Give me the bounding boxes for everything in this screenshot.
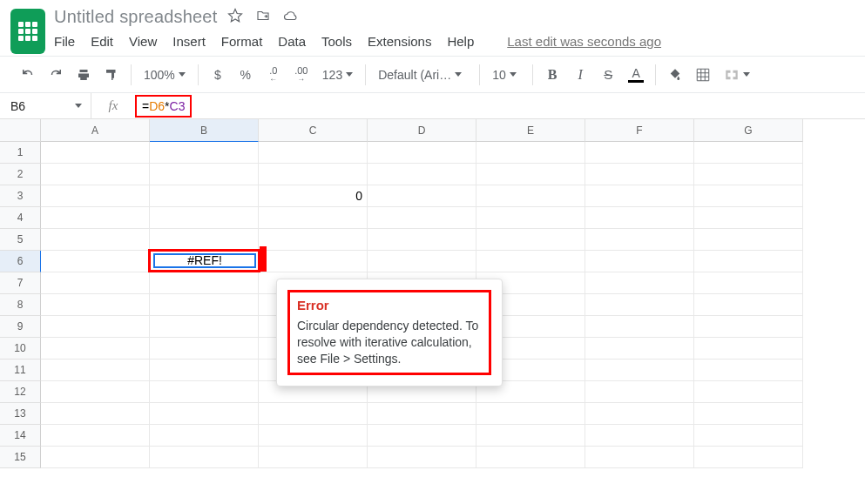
toolbar: 100% $ % .0← .00→ 123 Default (Ari… 10 B… <box>0 57 865 93</box>
menu-edit[interactable]: Edit <box>91 34 113 49</box>
star-icon[interactable] <box>227 8 243 26</box>
fill-color-button[interactable] <box>665 64 686 86</box>
paint-format-button[interactable] <box>101 64 122 86</box>
cell-b6-value: #REF! <box>153 253 256 268</box>
menu-bar: File Edit View Insert Format Data Tools … <box>54 29 661 56</box>
row-header-10[interactable]: 10 <box>0 338 41 360</box>
menu-view[interactable]: View <box>129 34 157 49</box>
menu-format[interactable]: Format <box>221 34 263 49</box>
undo-button[interactable] <box>17 64 38 86</box>
borders-button[interactable] <box>693 64 713 86</box>
error-title: Error <box>297 298 482 312</box>
zoom-dropdown[interactable]: 100% <box>140 68 189 82</box>
row-header-7[interactable]: 7 <box>0 272 41 294</box>
font-dropdown[interactable]: Default (Ari… <box>375 68 470 82</box>
col-header-g[interactable]: G <box>694 119 803 142</box>
menu-file[interactable]: File <box>54 34 75 49</box>
cell-b6[interactable]: #REF! <box>150 251 259 272</box>
document-title[interactable]: Untitled spreadsheet <box>54 7 217 27</box>
name-box[interactable]: B6 <box>0 93 91 118</box>
row-header-9[interactable]: 9 <box>0 316 41 338</box>
row-header-5[interactable]: 5 <box>0 229 41 251</box>
row-headers: 1 2 3 4 5 6 7 8 9 10 11 12 13 14 15 <box>0 142 41 468</box>
formula-bar: B6 fx =D6*C3 <box>0 93 865 119</box>
percent-button[interactable]: % <box>235 64 256 86</box>
col-header-b[interactable]: B <box>150 119 259 142</box>
col-header-e[interactable]: E <box>476 119 585 142</box>
row-header-15[interactable]: 15 <box>0 447 41 468</box>
select-all-corner[interactable] <box>0 119 41 142</box>
row-header-1[interactable]: 1 <box>0 142 41 164</box>
text-color-button[interactable]: A <box>625 64 646 86</box>
title-row: Untitled spreadsheet File Edit View <box>10 7 855 56</box>
row-header-8[interactable]: 8 <box>0 294 41 316</box>
menu-tools[interactable]: Tools <box>321 34 352 49</box>
cloud-icon[interactable] <box>283 8 299 26</box>
sheets-logo-icon[interactable] <box>10 9 45 54</box>
col-header-d[interactable]: D <box>368 119 476 142</box>
row-header-6[interactable]: 6 <box>0 251 41 272</box>
italic-button[interactable]: I <box>570 64 591 86</box>
decrease-decimal-button[interactable]: .0← <box>263 64 284 86</box>
menu-insert[interactable]: Insert <box>172 34 206 49</box>
col-header-f[interactable]: F <box>585 119 694 142</box>
print-button[interactable] <box>73 64 94 86</box>
row-header-2[interactable]: 2 <box>0 164 41 185</box>
formula-input[interactable]: =D6*C3 <box>135 95 192 118</box>
column-headers: A B C D E F G <box>41 119 865 142</box>
error-message: Circular dependency detected. To resolve… <box>297 318 482 367</box>
col-header-a[interactable]: A <box>41 119 150 142</box>
row-header-14[interactable]: 14 <box>0 425 41 447</box>
row-header-13[interactable]: 13 <box>0 403 41 425</box>
menu-help[interactable]: Help <box>447 34 474 49</box>
row-header-11[interactable]: 11 <box>0 360 41 381</box>
error-tooltip: Error Circular dependency detected. To r… <box>276 279 503 386</box>
menu-extensions[interactable]: Extensions <box>368 34 431 49</box>
currency-button[interactable]: $ <box>207 64 228 86</box>
row-header-12[interactable]: 12 <box>0 381 41 403</box>
app-header: Untitled spreadsheet File Edit View <box>0 0 865 57</box>
row-header-4[interactable]: 4 <box>0 207 41 229</box>
merge-button[interactable] <box>720 67 753 83</box>
font-size-dropdown[interactable]: 10 <box>489 68 524 82</box>
cell-c3[interactable]: 0 <box>259 185 368 207</box>
row-header-3[interactable]: 3 <box>0 185 41 207</box>
increase-decimal-button[interactable]: .00→ <box>291 64 312 86</box>
strikethrough-button[interactable]: S <box>598 64 618 86</box>
fx-icon: fx <box>91 98 135 113</box>
error-indicator-icon <box>260 246 267 272</box>
menu-data[interactable]: Data <box>278 34 306 49</box>
redo-button[interactable] <box>45 64 66 86</box>
number-format-dropdown[interactable]: 123 <box>319 68 356 82</box>
col-header-c[interactable]: C <box>259 119 368 142</box>
last-edit-link[interactable]: Last edit was seconds ago <box>507 34 661 49</box>
chevron-down-icon[interactable] <box>75 104 82 108</box>
move-icon[interactable] <box>255 8 271 26</box>
bold-button[interactable]: B <box>542 64 563 86</box>
